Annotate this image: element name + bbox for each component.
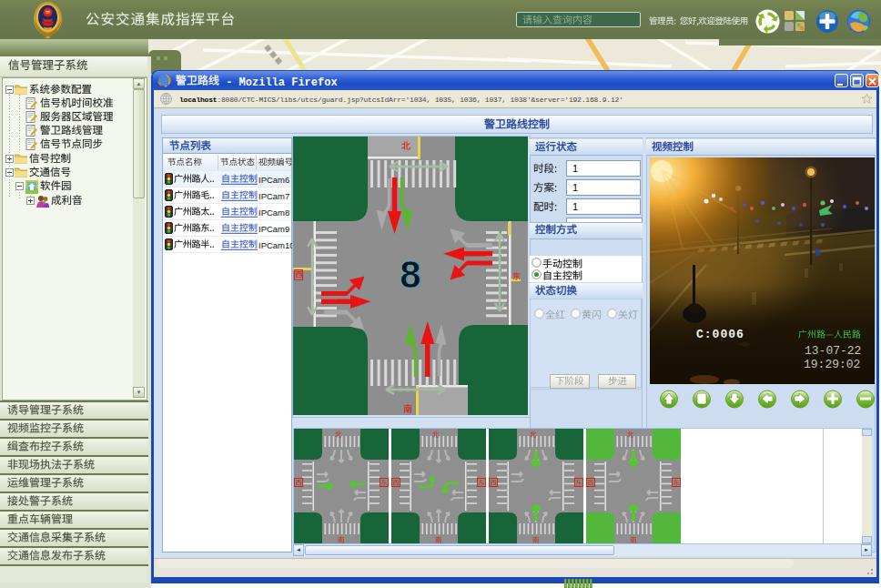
svg-text:8: 8 bbox=[400, 253, 420, 296]
